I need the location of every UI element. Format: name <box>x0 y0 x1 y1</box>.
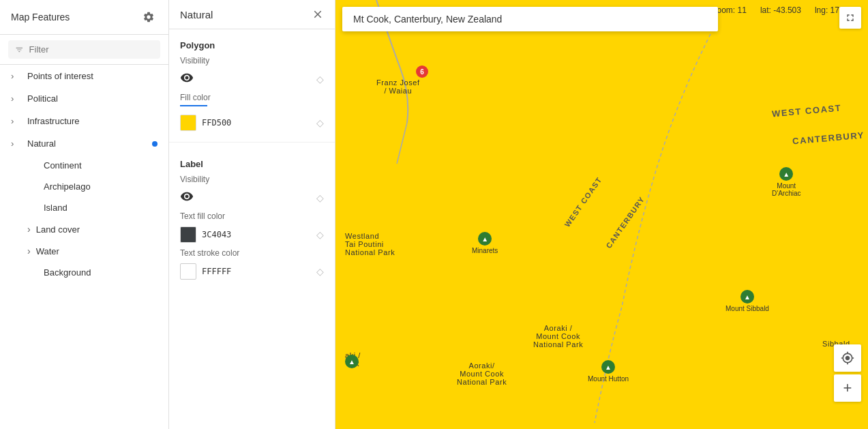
text-fill-color-label: Text fill color <box>169 211 335 224</box>
left-header: Map Features <box>0 0 168 35</box>
map-label-canterbury-2: CANTERBURY <box>604 195 646 250</box>
fullscreen-icon <box>845 12 856 23</box>
text-stroke-color-value: FFFFFF <box>202 267 231 276</box>
poi-franz-josef: Franz Josef/ Waiau <box>376 78 420 95</box>
close-button[interactable] <box>312 8 324 20</box>
boundary-svg <box>335 0 868 429</box>
eye-icon-label[interactable] <box>180 190 194 206</box>
label-section: Label Visibility ◇ Text fill color 3C404… <box>169 148 335 285</box>
poi-aoraki-1: Aoraki /Mount CookNational Park <box>533 324 583 349</box>
diamond-icon-label-visibility[interactable]: ◇ <box>316 192 324 203</box>
active-dot-natural <box>152 141 158 147</box>
filter-input[interactable] <box>29 44 153 55</box>
diamond-icon-text-fill[interactable]: ◇ <box>316 229 324 240</box>
mount-hutton-label: Mount Hutton <box>588 375 629 383</box>
text-stroke-color-label: Text stroke color <box>169 248 335 261</box>
close-icon <box>312 8 324 20</box>
mount-darchiac-icon: ▲ <box>779 167 793 181</box>
text-stroke-color-swatch-wrap: FFFFFF <box>180 263 231 280</box>
sidebar-item-archipelago[interactable]: Archipelago <box>0 176 168 197</box>
sidebar-item-label-archipelago: Archipelago <box>44 181 91 192</box>
polygon-section-title: Polygon <box>169 29 335 56</box>
mount-sibbald-label: Mount Sibbald <box>725 305 769 312</box>
aoraki-left-icon: ▲ <box>345 355 359 368</box>
poi-aoraki-left-badge: ▲ <box>345 355 359 368</box>
map-controls: + <box>834 344 861 402</box>
map-label-west-coast-1: WEST COAST <box>772 103 842 119</box>
fill-color-swatch[interactable] <box>180 115 196 131</box>
filter-icon <box>15 45 24 55</box>
minarets-icon: ▲ <box>478 232 492 246</box>
text-stroke-color-row: FFFFFF ◇ <box>169 261 335 285</box>
map-area[interactable]: zoom: 11 lat: -43.503 lng: 170.306 Mt Co… <box>335 0 868 429</box>
sidebar-item-island[interactable]: Island <box>0 197 168 218</box>
poi-minarets: ▲ Minarets <box>472 232 498 254</box>
visibility-row-polygon: ◇ <box>169 68 335 93</box>
search-value: Mt Cook, Canterbury, New Zealand <box>353 14 502 25</box>
poi-mount-hutton: ▲ Mount Hutton <box>588 360 629 383</box>
text-fill-color-swatch-wrap: 3C4043 <box>180 226 231 243</box>
sidebar-item-label-infrastructure: Infrastructure <box>27 116 158 126</box>
text-fill-color-row: 3C4043 ◇ <box>169 224 335 248</box>
fill-color-swatch-wrap: FFD500 <box>180 115 231 131</box>
text-fill-color-value: 3C4043 <box>202 230 231 239</box>
chevron-icon-points-of-interest: › <box>11 71 22 81</box>
filter-bar <box>0 35 168 65</box>
mount-darchiac-label: MountD'Archiac <box>772 182 800 197</box>
sidebar-item-label-political: Political <box>27 93 158 104</box>
fill-color-row: FFD500 ◇ <box>169 112 335 136</box>
mid-header: Natural <box>169 0 335 29</box>
gear-icon <box>143 11 155 23</box>
left-panel-title: Map Features <box>11 12 70 23</box>
badge-value: 6 <box>420 68 424 76</box>
sidebar-item-background[interactable]: Background <box>0 262 168 283</box>
search-bar: Mt Cook, Canterbury, New Zealand <box>342 7 718 31</box>
sidebar-item-continent[interactable]: Continent <box>0 155 168 176</box>
map-label-west-coast-2: WEST COAST <box>563 175 603 228</box>
chevron-icon-water: › <box>27 246 31 256</box>
sidebar-item-points-of-interest[interactable]: ›Points of interest <box>0 65 168 87</box>
eye-svg-label <box>180 190 194 203</box>
lat-display: lat: -43.503 <box>760 5 801 15</box>
sidebar-item-label-island: Island <box>44 203 68 213</box>
fill-color-divider <box>180 105 207 106</box>
eye-icon-polygon[interactable] <box>180 71 194 87</box>
text-stroke-color-swatch[interactable] <box>180 263 196 280</box>
fill-color-label: Fill color <box>169 93 335 105</box>
map-label-canterbury-1: CANTERBURY <box>792 130 865 146</box>
chevron-icon-natural: › <box>11 138 22 149</box>
location-icon <box>841 351 854 365</box>
section-separator-1 <box>169 142 335 143</box>
fill-color-value: FFD500 <box>202 118 231 128</box>
location-button[interactable] <box>834 344 861 372</box>
diamond-icon-polygon-visibility[interactable]: ◇ <box>316 74 324 85</box>
sidebar-item-political[interactable]: ›Political <box>0 87 168 110</box>
sidebar-item-infrastructure[interactable]: ›Infrastructure <box>0 110 168 132</box>
franz-josef-badge: 6 <box>416 65 428 78</box>
eye-svg <box>180 71 194 85</box>
sidebar-item-label-water: Water <box>36 246 59 256</box>
diamond-icon-fill-color[interactable]: ◇ <box>316 117 324 128</box>
fullscreen-button[interactable] <box>839 7 861 29</box>
chevron-icon-infrastructure: › <box>11 116 22 126</box>
chevron-icon-land-cover: › <box>27 224 31 235</box>
poi-aoraki-2: Aoraki/Mount CookNational Park <box>457 361 507 386</box>
mount-sibbald-icon: ▲ <box>740 290 754 304</box>
sidebar-item-water[interactable]: ›Water <box>0 240 168 262</box>
visibility-row-label: ◇ <box>169 187 335 211</box>
middle-panel: Natural Polygon Visibility ◇ Fill color … <box>169 0 335 429</box>
poi-westland: WestlandTai PoutiniNational Park <box>345 232 395 256</box>
diamond-icon-text-stroke[interactable]: ◇ <box>316 266 324 277</box>
sidebar-item-natural[interactable]: ›Natural <box>0 132 168 155</box>
gear-button[interactable] <box>140 8 158 26</box>
poi-aoraki-left: aki /ook <box>345 351 361 368</box>
minarets-label: Minarets <box>472 247 498 254</box>
zoom-in-button[interactable]: + <box>834 374 861 402</box>
label-section-title: Label <box>169 148 335 175</box>
sidebar-item-label-land-cover: Land cover <box>36 224 80 235</box>
sidebar-item-land-cover[interactable]: ›Land cover <box>0 218 168 240</box>
poi-mount-darchiac: ▲ MountD'Archiac <box>772 167 800 197</box>
sidebar-item-label-points-of-interest: Points of interest <box>27 71 158 81</box>
text-fill-color-swatch[interactable] <box>180 226 196 243</box>
chevron-icon-political: › <box>11 93 22 104</box>
